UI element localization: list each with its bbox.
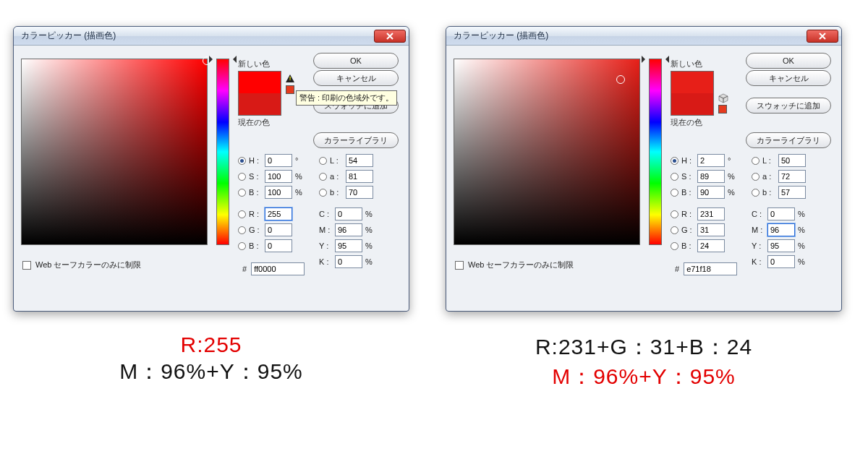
- radio-h[interactable]: [671, 157, 678, 165]
- radio-g[interactable]: [671, 226, 678, 234]
- titlebar[interactable]: カラーピッカー (描画色): [14, 27, 409, 46]
- ok-button[interactable]: OK: [746, 53, 831, 69]
- swatch-new[interactable]: [671, 72, 713, 93]
- input-h[interactable]: [265, 154, 292, 167]
- gamut-swatch[interactable]: [286, 85, 294, 94]
- websafe-cube-icon[interactable]: [718, 93, 727, 102]
- radio-b[interactable]: [319, 189, 327, 197]
- input-b[interactable]: [778, 186, 806, 199]
- radio-s[interactable]: [238, 173, 246, 181]
- input-y[interactable]: [335, 239, 362, 252]
- saturation-value-field[interactable]: [454, 59, 640, 245]
- input-hex[interactable]: [684, 262, 737, 275]
- radio-h[interactable]: [238, 157, 246, 165]
- input-bv[interactable]: [265, 186, 292, 199]
- radio-l[interactable]: [319, 157, 327, 165]
- web-safe-row[interactable]: Web セーフカラーのみに制限: [22, 260, 141, 270]
- input-b[interactable]: [346, 186, 373, 199]
- dialog-title: カラーピッカー (描画色): [454, 30, 807, 42]
- hex-label: #: [675, 265, 679, 273]
- input-bv[interactable]: [697, 186, 725, 199]
- caption-right: R:231+G：31+B：24 M：96%+Y：95%: [446, 333, 842, 392]
- input-a[interactable]: [346, 170, 373, 183]
- color-swatch: [238, 71, 281, 116]
- current-color-label: 現在の色: [238, 117, 293, 128]
- input-g[interactable]: [265, 223, 292, 236]
- web-safe-row[interactable]: Web セーフカラーのみに制限: [455, 260, 574, 270]
- input-s[interactable]: [265, 170, 292, 183]
- cancel-button[interactable]: キャンセル: [313, 70, 399, 86]
- hue-strip[interactable]: [216, 59, 229, 245]
- input-g[interactable]: [697, 223, 725, 236]
- radio-bv[interactable]: [671, 189, 678, 197]
- new-color-label: 新しい色: [238, 59, 293, 69]
- input-m[interactable]: [767, 223, 795, 236]
- radio-g[interactable]: [238, 226, 246, 234]
- input-bc[interactable]: [697, 239, 725, 252]
- hue-strip[interactable]: [649, 59, 662, 245]
- gamut-warning-icon[interactable]: [286, 74, 294, 82]
- input-r[interactable]: [265, 207, 292, 220]
- color-picker-dialog: カラーピッカー (描画色) 新しい色 現在の色 OK キャ: [446, 26, 842, 312]
- input-hex[interactable]: [251, 262, 305, 275]
- input-m[interactable]: [335, 223, 362, 236]
- hex-label: #: [242, 265, 247, 273]
- sv-cursor[interactable]: [203, 56, 211, 65]
- radio-r[interactable]: [671, 210, 678, 218]
- input-a[interactable]: [778, 170, 806, 183]
- radio-b[interactable]: [752, 189, 760, 197]
- input-bc[interactable]: [265, 239, 292, 252]
- gamut-tooltip: 警告 : 印刷の色域外です。: [296, 90, 397, 106]
- color-swatch: [671, 71, 714, 116]
- radio-a[interactable]: [319, 173, 327, 181]
- color-library-button[interactable]: カラーライブラリ: [313, 132, 399, 148]
- input-s[interactable]: [697, 170, 725, 183]
- radio-r[interactable]: [238, 210, 246, 218]
- input-c[interactable]: [767, 207, 795, 220]
- input-y[interactable]: [767, 239, 795, 252]
- web-safe-label: Web セーフカラーのみに制限: [468, 260, 574, 270]
- input-l[interactable]: [778, 154, 806, 167]
- input-l[interactable]: [346, 154, 373, 167]
- radio-bc[interactable]: [671, 242, 678, 250]
- input-r[interactable]: [697, 207, 725, 220]
- radio-l[interactable]: [752, 157, 760, 165]
- sv-cursor[interactable]: [616, 75, 625, 84]
- radio-bc[interactable]: [238, 242, 246, 250]
- cancel-button[interactable]: キャンセル: [746, 70, 831, 86]
- add-swatch-button[interactable]: スウォッチに追加: [746, 98, 831, 113]
- dialog-title: カラーピッカー (描画色): [21, 30, 374, 42]
- caption-left: R:255 M：96%+Y：95%: [13, 333, 409, 387]
- radio-bv[interactable]: [238, 189, 246, 197]
- ok-button[interactable]: OK: [313, 53, 399, 69]
- web-safe-checkbox[interactable]: [455, 261, 464, 270]
- web-safe-label: Web セーフカラーのみに制限: [35, 260, 141, 270]
- saturation-value-field[interactable]: [21, 59, 208, 245]
- input-h[interactable]: [697, 154, 725, 167]
- gamut-swatch[interactable]: [718, 105, 727, 113]
- swatch-current[interactable]: [671, 93, 713, 115]
- input-k[interactable]: [335, 255, 362, 268]
- web-safe-checkbox[interactable]: [22, 261, 31, 270]
- titlebar[interactable]: カラーピッカー (描画色): [446, 27, 841, 46]
- input-c[interactable]: [335, 207, 362, 220]
- color-library-button[interactable]: カラーライブラリ: [746, 132, 831, 148]
- close-button[interactable]: [807, 30, 838, 43]
- current-color-label: 現在の色: [671, 117, 726, 128]
- new-color-label: 新しい色: [671, 59, 726, 69]
- close-button[interactable]: [374, 30, 406, 43]
- radio-s[interactable]: [671, 173, 678, 181]
- swatch-current[interactable]: [239, 93, 281, 115]
- radio-a[interactable]: [752, 173, 760, 181]
- swatch-new[interactable]: [239, 72, 281, 93]
- input-k[interactable]: [767, 255, 795, 268]
- color-picker-dialog: カラーピッカー (描画色) 新しい色 現在の色 警告 : 印刷の色域外です。 O…: [13, 26, 409, 312]
